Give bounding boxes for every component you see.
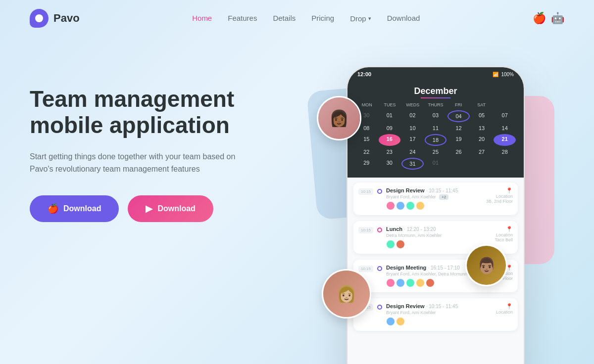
status-time: 12:00: [357, 71, 371, 77]
nav-item-download[interactable]: Download: [387, 14, 420, 22]
cal-day[interactable]: 27: [471, 147, 493, 157]
download-ios-button[interactable]: 🍎 Download: [30, 195, 119, 222]
event-location: 📍 Location3B, 2nd Floor: [486, 187, 513, 204]
cal-day[interactable]: 17: [401, 134, 424, 146]
avatar-face-3: 👩🏼: [323, 271, 370, 317]
status-icons: 📶 100%: [493, 72, 514, 77]
event-dot: [377, 189, 382, 194]
cal-day[interactable]: 11: [425, 123, 447, 133]
location-text: Location: [496, 310, 513, 315]
cta-buttons: 🍎 Download ▶ Download: [30, 195, 287, 222]
nav-links: Home Features Details Pricing Drop Downl…: [192, 14, 420, 23]
event-title: Design Review · 10:15 - 11:45: [386, 187, 482, 193]
cal-day[interactable]: 07: [494, 110, 516, 122]
android-icon[interactable]: 🤖: [551, 12, 564, 25]
cal-day-selected[interactable]: 16: [379, 134, 401, 146]
event-time-range: · 16:15 - 17:10: [428, 265, 460, 271]
avatar-float-1: 👩🏾: [317, 96, 361, 140]
location-icon: 📍: [486, 187, 513, 194]
mini-avatar: [396, 317, 405, 326]
location-icon: 📍: [496, 303, 513, 310]
phone-screen: 12:00 📶 100% December MON TUES WEDS THUR…: [347, 67, 524, 364]
cal-day[interactable]: 29: [355, 158, 378, 170]
event-dot: [377, 305, 382, 310]
calendar-month: December: [355, 86, 516, 96]
apple-icon[interactable]: 🍎: [533, 12, 546, 25]
nav-item-details[interactable]: Details: [273, 14, 296, 22]
calendar-grid: 30 01 02 03 04 05 07 08 09 10 11 12: [355, 110, 516, 170]
avatar-float-2: 👨🏽: [465, 244, 507, 286]
apple-btn-icon: 🍎: [48, 203, 58, 214]
event-dot: [377, 266, 382, 271]
day-weds: WEDS: [401, 102, 424, 107]
event-avatars: [386, 317, 492, 326]
cal-day[interactable]: 01: [425, 158, 447, 170]
mini-avatar: [396, 278, 405, 287]
phone-mockup-area: 👩🏾 👨🏽 👩🏼 12:00 📶 100% Dece: [287, 56, 564, 353]
mini-avatar: [386, 278, 395, 287]
cal-day[interactable]: 30: [379, 158, 401, 170]
day-fri: FRI: [447, 102, 470, 107]
mini-avatar: [386, 317, 395, 326]
mini-avatar: [416, 201, 425, 210]
cal-day[interactable]: 15: [355, 134, 378, 146]
cal-day[interactable]: 13: [471, 123, 493, 133]
day-thurs: THURS: [424, 102, 447, 107]
nav-item-pricing[interactable]: Pricing: [311, 14, 334, 22]
mini-avatar: [406, 278, 415, 287]
calendar-section: December MON TUES WEDS THURS FRI SAT 30 …: [347, 81, 524, 178]
cal-day[interactable]: 25: [425, 147, 447, 157]
logo[interactable]: Pavo: [30, 9, 80, 28]
brand-name: Pavo: [53, 12, 80, 25]
event-people: Bryant Ford, Ami Koehler: [386, 310, 492, 315]
nav-item-drop[interactable]: Drop: [350, 14, 371, 23]
status-bar: 12:00 📶 100%: [347, 67, 524, 81]
cal-day[interactable]: 23: [379, 147, 401, 157]
logo-icon: [30, 9, 49, 28]
event-people: Bryant Ford, Ami Koehler +2: [386, 194, 482, 199]
event-time: 10:15: [358, 227, 373, 233]
cal-day[interactable]: 19: [447, 134, 470, 146]
event-time-range: · 12:20 - 13:20: [404, 227, 436, 232]
cal-day[interactable]: 26: [447, 147, 470, 157]
event-item[interactable]: 10:15 Design Review · 10:15 - 11:45 Brya…: [353, 298, 518, 331]
cal-day[interactable]: 12: [447, 123, 470, 133]
cal-day[interactable]: 18: [425, 134, 447, 146]
event-time: 10:15: [358, 266, 373, 272]
calendar-day-headers: MON TUES WEDS THURS FRI SAT: [355, 102, 516, 107]
cal-day[interactable]: 20: [471, 134, 493, 146]
cal-day[interactable]: 31: [401, 158, 424, 170]
cal-day[interactable]: 02: [401, 110, 424, 122]
event-people: Detra Mcmunn, Ami Koehler: [386, 233, 491, 238]
cal-day[interactable]: 09: [379, 123, 401, 133]
event-time-range: · 10:15 - 11:45: [426, 304, 458, 309]
cal-day[interactable]: 28: [494, 147, 516, 157]
cal-day[interactable]: 22: [355, 147, 378, 157]
event-avatars: [386, 278, 482, 287]
mini-avatar: [396, 240, 405, 249]
day-sat: SAT: [470, 102, 493, 107]
event-title: Lunch · 12:20 - 13:20: [386, 226, 491, 232]
hero-content: Team managementmobile application Start …: [30, 56, 287, 222]
cal-day[interactable]: 14: [494, 123, 516, 133]
mini-avatar: [396, 201, 405, 210]
download-android-button[interactable]: ▶ Download: [128, 195, 213, 222]
cal-day[interactable]: 01: [379, 110, 401, 122]
day-tues: TUES: [378, 102, 401, 107]
event-tag: +2: [439, 194, 448, 200]
hero-subtitle: Start getting things done together with …: [30, 150, 238, 176]
cal-day-today[interactable]: 21: [494, 134, 516, 146]
nav-store-icons: 🍎 🤖: [533, 12, 564, 25]
nav-item-features[interactable]: Features: [228, 14, 257, 22]
cal-day[interactable]: 04: [447, 110, 470, 122]
cal-day[interactable]: 05: [471, 110, 493, 122]
event-item[interactable]: 10:15 Design Review · 10:15 - 11:45 Brya…: [353, 182, 518, 215]
cal-day[interactable]: 10: [401, 123, 424, 133]
cal-day[interactable]: 24: [401, 147, 424, 157]
mini-avatar: [386, 201, 395, 210]
phone-frame: 12:00 📶 100% December MON TUES WEDS THUR…: [346, 66, 525, 364]
nav-item-home[interactable]: Home: [192, 14, 212, 22]
location-text: LocationTaco Bell: [495, 232, 513, 242]
cal-day[interactable]: 03: [425, 110, 447, 122]
event-time: 10:15: [358, 188, 373, 195]
